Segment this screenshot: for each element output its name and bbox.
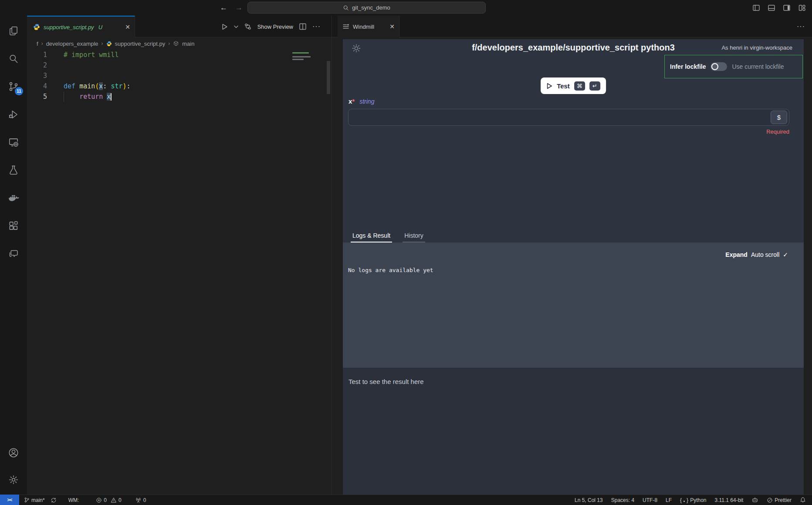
breadcrumb-file[interactable]: supportive_script.py [115, 40, 166, 47]
infer-lockfile-label: Infer lockfile [670, 63, 706, 70]
group-more-actions-icon[interactable]: ··· [797, 23, 805, 30]
sync-icon[interactable] [51, 497, 57, 503]
logs-area: Expand Auto scroll ✓ No logs are availab… [343, 242, 804, 368]
breadcrumb-folder[interactable]: f [37, 40, 38, 47]
arg-x-input[interactable]: $ [348, 109, 789, 126]
tab-close-icon[interactable]: ✕ [125, 24, 130, 30]
toggle-panel-bottom-icon[interactable] [768, 4, 775, 12]
logs-empty-message: No logs are available yet [348, 267, 433, 273]
formatter-item[interactable]: Prettier [767, 497, 792, 503]
python-file-icon [106, 41, 112, 47]
tab-file-name: supportive_script.py [44, 24, 94, 30]
nav-forward-icon[interactable]: → [235, 3, 243, 12]
problems-item[interactable]: 0 0 [96, 497, 121, 503]
settings-gear-icon[interactable] [7, 474, 20, 486]
tab-close-icon[interactable]: ✕ [389, 23, 395, 30]
user-workspace-context: As henri in virgin-workspace [721, 44, 792, 51]
customize-layout-icon[interactable] [798, 4, 806, 12]
dollar-button[interactable]: $ [771, 111, 787, 124]
python-file-icon [33, 24, 40, 30]
autoscroll-check-icon[interactable]: ✓ [783, 251, 788, 258]
breadcrumb-separator: › [102, 40, 103, 47]
code-editor[interactable]: 1# import wmill234def main(x: str):5 ret… [27, 50, 332, 495]
minimap[interactable] [291, 50, 326, 98]
remote-indicator[interactable]: >< [0, 495, 19, 505]
code-line[interactable]: 5 return x [27, 91, 332, 102]
scm-badge: 11 [15, 87, 23, 95]
ports-item[interactable]: 0 [135, 497, 146, 503]
tab-logs-result[interactable]: Logs & Result [351, 229, 392, 242]
test-button[interactable]: Test ⌘ ↵ [541, 77, 606, 94]
docker-icon[interactable] [7, 192, 20, 204]
enter-key-icon: ↵ [589, 81, 600, 91]
breadcrumb-symbol[interactable]: main [182, 40, 194, 47]
expand-button[interactable]: Expand [725, 251, 748, 258]
explorer-icon[interactable] [7, 25, 20, 37]
webview-icon [343, 24, 349, 29]
braces-dot [683, 501, 685, 502]
braces-icon: { [680, 497, 682, 503]
tab-git-status: U [98, 24, 102, 30]
show-preview-button[interactable]: Show Preview [257, 24, 293, 30]
toggle-sidebar-left-icon[interactable] [752, 4, 760, 12]
arg-label-row: x* string [348, 98, 374, 105]
tab-history[interactable]: History [403, 229, 425, 242]
remote-explorer-icon[interactable] [7, 136, 20, 148]
braces-icon: } [687, 497, 688, 503]
main-area: 11 [0, 16, 812, 495]
required-asterisk: * [352, 98, 355, 105]
editor-scrollbar[interactable] [327, 61, 330, 94]
code-line[interactable]: 2 [27, 60, 332, 71]
run-dropdown-chevron-icon[interactable] [234, 25, 238, 28]
tab-supportive-script[interactable]: supportive_script.py U ✕ [27, 16, 135, 37]
git-branch-item[interactable]: main* [24, 497, 45, 503]
open-changes-icon[interactable] [244, 23, 252, 30]
notifications-bell-icon[interactable] [800, 497, 806, 503]
autoscroll-label[interactable]: Auto scroll [751, 251, 779, 258]
command-center-search[interactable]: git_sync_demo [247, 2, 486, 13]
wm-status-item[interactable]: WM: [68, 497, 79, 503]
language-mode-item[interactable]: {} Python [680, 497, 706, 503]
split-editor-icon[interactable] [299, 23, 307, 30]
account-icon[interactable] [7, 447, 20, 459]
code-line[interactable]: 4def main(x: str): [27, 81, 332, 91]
extensions-icon[interactable] [7, 220, 20, 232]
breadcrumb-folder[interactable]: developers_example [46, 40, 98, 47]
title-bar: ← → git_sync_demo [0, 0, 812, 16]
use-current-lockfile-label: Use current lockfile [732, 63, 784, 70]
code-line[interactable]: 1# import wmill [27, 50, 332, 60]
result-placeholder: Test to see the result here [343, 368, 804, 385]
comments-icon[interactable] [7, 248, 20, 260]
toggle-knob [711, 63, 718, 70]
windmill-tab-bar: Windmill ✕ ··· [332, 16, 812, 37]
language-name: Python [690, 497, 706, 503]
editor-more-actions-icon[interactable]: ··· [312, 23, 321, 30]
lockfile-toggle[interactable] [710, 62, 727, 71]
panel-tabs: Logs & Result History [343, 229, 804, 242]
text-cursor [111, 93, 112, 101]
code-line[interactable]: 3 [27, 71, 332, 81]
indentation-item[interactable]: Spaces: 4 [611, 497, 634, 503]
run-file-icon[interactable] [221, 23, 228, 30]
wm-label: WM: [68, 497, 79, 503]
editor-group: supportive_script.py U ✕ Show Preview [27, 16, 332, 495]
robot-extension-icon[interactable] [751, 497, 758, 503]
run-debug-icon[interactable] [7, 108, 20, 121]
search-icon [343, 5, 349, 11]
play-icon [546, 83, 552, 89]
testing-beaker-icon[interactable] [7, 164, 20, 176]
python-interpreter-item[interactable]: 3.11.1 64-bit [714, 497, 743, 503]
line-number: 5 [27, 91, 47, 102]
eol-item[interactable]: LF [666, 497, 672, 503]
tab-windmill[interactable]: Windmill ✕ [338, 16, 399, 37]
status-bar: >< main* WM: 0 0 0 Ln 5, Col 13 Spaces: … [0, 495, 812, 505]
cursor-position-item[interactable]: Ln 5, Col 13 [575, 497, 603, 503]
line-number: 4 [27, 81, 47, 91]
search-sidebar-icon[interactable] [7, 53, 20, 65]
nav-back-icon[interactable]: ← [220, 3, 227, 12]
cmd-key-icon: ⌘ [574, 81, 585, 91]
encoding-item[interactable]: UTF-8 [643, 497, 657, 503]
source-control-icon[interactable]: 11 [7, 81, 20, 93]
vscode-window: { "titlebar": { "search_value": "git_syn… [0, 0, 812, 505]
toggle-sidebar-right-icon[interactable] [783, 4, 791, 12]
